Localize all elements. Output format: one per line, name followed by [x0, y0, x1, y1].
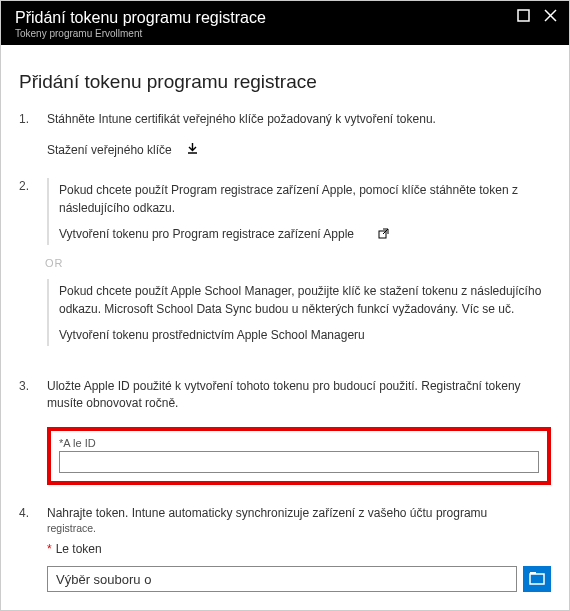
token-label: *Le token [47, 542, 551, 556]
step-body: Nahrajte token. Intune automaticky synch… [47, 505, 551, 592]
step-body: Uložte Apple ID použité k vytvoření toho… [47, 378, 551, 485]
step-4-sub: registrace. [47, 522, 551, 534]
step-body: Stáhněte Intune certifikát veřejného klí… [47, 111, 551, 158]
step-number: 2. [19, 178, 47, 358]
download-icon [186, 142, 199, 158]
or-divider: OR [45, 257, 551, 269]
svg-rect-4 [530, 574, 544, 584]
dialog-window: Přidání tokenu programu registrace Token… [0, 0, 570, 611]
step-2: 2. Pokud chcete použít Program registrac… [19, 178, 551, 358]
download-link-label: Stažení veřejného klíče [47, 143, 172, 157]
option-a-link-label: Vytvoření tokenu pro Program registrace … [59, 227, 354, 241]
option-b-link-label: Vytvoření tokenu prostřednictvím Apple S… [59, 328, 365, 342]
step-number: 3. [19, 378, 47, 485]
window-subtitle: Tokeny programu Ervollment [15, 28, 266, 39]
step-1: 1. Stáhněte Intune certifikát veřejného … [19, 111, 551, 158]
dialog-content: Přidání tokenu programu registrace 1. St… [1, 45, 569, 610]
maximize-icon[interactable] [517, 9, 530, 24]
step-3: 3. Uložte Apple ID použité k vytvoření t… [19, 378, 551, 485]
step-4-text: Nahrajte token. Intune automaticky synch… [47, 505, 551, 522]
apple-id-label: *A le ID [59, 437, 539, 449]
token-row [47, 566, 551, 592]
step-1-text: Stáhněte Intune certifikát veřejného klí… [47, 111, 551, 128]
svg-rect-5 [530, 572, 536, 574]
option-a-text: Pokud chcete použít Program registrace z… [59, 182, 551, 217]
titlebar-controls [517, 9, 557, 24]
token-label-text: Le token [56, 542, 102, 556]
option-a: Pokud chcete použít Program registrace z… [47, 178, 551, 245]
titlebar-text: Přidání tokenu programu registrace Token… [15, 9, 266, 39]
apple-id-input[interactable] [59, 451, 539, 473]
svg-rect-0 [518, 10, 529, 21]
option-b: Pokud chcete použít Apple School Manager… [47, 279, 551, 346]
create-asm-token-link[interactable]: Vytvoření tokenu prostřednictvím Apple S… [59, 328, 551, 342]
apple-id-highlight: *A le ID [47, 427, 551, 485]
token-file-input[interactable] [47, 566, 517, 592]
external-link-icon [378, 228, 389, 241]
step-number: 4. [19, 505, 47, 592]
page-title: Přidání tokenu programu registrace [19, 71, 551, 93]
step-body: Pokud chcete použít Program registrace z… [47, 178, 551, 358]
create-dep-token-link[interactable]: Vytvoření tokenu pro Program registrace … [59, 227, 551, 241]
required-star: * [47, 542, 52, 556]
browse-button[interactable] [523, 566, 551, 592]
option-b-text: Pokud chcete použít Apple School Manager… [59, 283, 551, 318]
titlebar: Přidání tokenu programu registrace Token… [1, 1, 569, 45]
step-4: 4. Nahrajte token. Intune automaticky sy… [19, 505, 551, 592]
window-title: Přidání tokenu programu registrace [15, 9, 266, 27]
step-3-text: Uložte Apple ID použité k vytvoření toho… [47, 378, 551, 413]
folder-icon [529, 571, 545, 588]
download-public-key-link[interactable]: Stažení veřejného klíče [47, 142, 551, 158]
close-icon[interactable] [544, 9, 557, 24]
step-number: 1. [19, 111, 47, 158]
